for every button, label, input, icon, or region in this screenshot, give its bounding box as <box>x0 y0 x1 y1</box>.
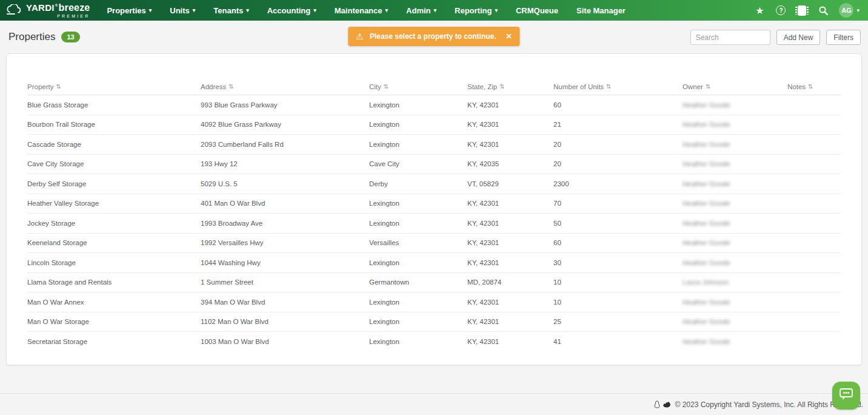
yardi-breeze-logo[interactable]: YARDI®breeze PREMIER <box>0 3 98 18</box>
table-row[interactable]: Heather Valley Storage 401 Man O War Blv… <box>27 194 841 214</box>
avatar: AG <box>839 3 853 18</box>
table-row[interactable]: Bourbon Trail Storage 4092 Blue Grass Pa… <box>27 115 841 135</box>
cell-property[interactable]: Secretariat Storage <box>27 338 201 345</box>
table-row[interactable]: Derby Self Storage 5029 U.S. 5 Derby VT,… <box>27 174 841 194</box>
chevron-down-icon: ▾ <box>495 7 498 13</box>
footer: © 2023 Copyright Yardi Systems, Inc. All… <box>0 393 868 415</box>
table-row[interactable]: Llama Storage and Rentals 1 Summer Stree… <box>27 272 841 292</box>
column-header-state-zip[interactable]: State, Zip⇅ <box>467 83 553 90</box>
chevron-down-icon: ▾ <box>856 7 860 13</box>
search-icon[interactable] <box>818 5 829 16</box>
cell-address: 1003 Man O War Blvd <box>201 338 369 345</box>
cell-state-zip: KY, 42301 <box>467 121 553 128</box>
column-header-notes[interactable]: Notes⇅ <box>787 83 841 90</box>
cell-state-zip: KY, 42301 <box>467 259 553 266</box>
nav-item-reporting[interactable]: Reporting▾ <box>455 6 498 15</box>
hand-icon <box>663 401 671 408</box>
nav-item-tenants[interactable]: Tenants▾ <box>213 6 249 15</box>
sort-icon: ⇅ <box>56 83 61 90</box>
cell-property[interactable]: Blue Grass Storage <box>27 101 201 109</box>
cell-state-zip: KY, 42301 <box>467 101 553 109</box>
nav-item-properties[interactable]: Properties▾ <box>107 6 152 15</box>
table-row[interactable]: Cave City Storage 193 Hwy 12 Cave City K… <box>27 154 841 174</box>
cell-owner: Laura Johnson <box>683 278 787 286</box>
cell-state-zip: KY, 42301 <box>467 200 553 207</box>
column-header-number-of-units[interactable]: Number of Units⇅ <box>553 83 683 90</box>
table-row[interactable]: Man O War Storage 1102 Man O War Blvd Le… <box>27 312 841 332</box>
column-header-owner[interactable]: Owner⇅ <box>683 83 787 90</box>
brand-breeze: breeze <box>59 3 90 13</box>
page-title: Properties <box>8 31 55 43</box>
table-row[interactable]: Secretariat Storage 1003 Man O War Blvd … <box>27 331 841 351</box>
cell-property[interactable]: Man O War Storage <box>27 318 201 325</box>
cell-city: Lexington <box>369 259 467 266</box>
cell-property[interactable]: Jockey Storage <box>27 220 201 227</box>
table-row[interactable]: Jockey Storage 1993 Broadway Ave Lexingt… <box>27 213 841 233</box>
table-row[interactable]: Keeneland Storage 1992 Versailles Hwy Ve… <box>27 233 841 253</box>
sort-icon: ⇅ <box>606 83 611 90</box>
column-header-property[interactable]: Property⇅ <box>27 83 201 90</box>
cell-property[interactable]: Llama Storage and Rentals <box>27 278 201 286</box>
cell-units: 30 <box>553 259 683 266</box>
cell-property[interactable]: Bourbon Trail Storage <box>27 121 201 128</box>
search-input[interactable] <box>690 30 770 45</box>
chat-launcher-button[interactable] <box>832 382 860 410</box>
cell-units: 21 <box>553 121 683 128</box>
sort-icon: ⇅ <box>808 83 813 90</box>
apps-chip-icon[interactable] <box>796 5 807 16</box>
nav-item-units[interactable]: Units▾ <box>170 6 195 15</box>
table-row[interactable]: Man O War Annex 394 Man O War Blvd Lexin… <box>27 292 841 312</box>
nav-item-accounting[interactable]: Accounting▾ <box>267 6 316 15</box>
cell-city: Lexington <box>369 200 467 207</box>
table-row[interactable]: Cascade Storage 2093 Cumberland Falls Rd… <box>27 134 841 154</box>
nav-item-maintenance[interactable]: Maintenance▾ <box>335 6 388 15</box>
cell-address: 2093 Cumberland Falls Rd <box>201 141 369 148</box>
cell-state-zip: KY, 42301 <box>467 220 553 227</box>
cell-units: 50 <box>553 220 683 227</box>
nav-item-crmqueue[interactable]: CRMQueue <box>516 6 558 15</box>
cell-address: 193 Hwy 12 <box>201 160 369 167</box>
top-nav: YARDI®breeze PREMIER Properties▾Units▾Te… <box>0 0 868 21</box>
cell-city: Lexington <box>369 220 467 227</box>
cell-city: Lexington <box>369 121 467 128</box>
filters-button[interactable]: Filters <box>826 30 861 45</box>
cell-state-zip: KY, 42301 <box>467 299 553 306</box>
properties-count-badge: 13 <box>61 32 79 42</box>
cell-owner: Heather Goode <box>683 121 787 128</box>
cell-state-zip: KY, 42301 <box>467 338 553 345</box>
add-new-button[interactable]: Add New <box>776 30 821 45</box>
cell-city: Derby <box>369 180 467 187</box>
cell-city: Lexington <box>369 299 467 306</box>
cell-address: 1044 Washing Hwy <box>201 259 369 266</box>
table-row[interactable]: Blue Grass Storage 993 Blue Grass Parkwa… <box>27 95 841 115</box>
favorites-star-icon[interactable]: ★ <box>754 5 765 16</box>
cell-state-zip: KY, 42301 <box>467 318 553 325</box>
toast-close-icon[interactable]: ✕ <box>506 32 512 41</box>
nav-item-site-manager[interactable]: Site Manager <box>576 6 626 15</box>
cell-units: 20 <box>553 141 683 148</box>
cell-property[interactable]: Lincoln Storage <box>27 259 201 266</box>
cell-property[interactable]: Cascade Storage <box>27 141 201 148</box>
cell-state-zip: VT, 05829 <box>467 180 553 187</box>
user-menu[interactable]: AG ▾ <box>839 3 860 18</box>
cell-property[interactable]: Keeneland Storage <box>27 239 201 246</box>
cell-property[interactable]: Derby Self Storage <box>27 180 201 187</box>
chevron-down-icon: ▾ <box>434 7 437 13</box>
cell-address: 401 Man O War Blvd <box>201 200 369 207</box>
table-row[interactable]: Lincoln Storage 1044 Washing Hwy Lexingt… <box>27 252 841 272</box>
cell-units: 10 <box>553 299 683 306</box>
cell-units: 60 <box>553 239 683 246</box>
column-header-city[interactable]: City⇅ <box>369 83 467 90</box>
cell-property[interactable]: Man O War Annex <box>27 299 201 306</box>
help-icon[interactable]: ? <box>775 5 786 16</box>
cell-city: Versailles <box>369 239 467 246</box>
cell-property[interactable]: Heather Valley Storage <box>27 200 201 207</box>
cell-owner: Heather Goode <box>683 180 787 187</box>
cell-city: Lexington <box>369 101 467 109</box>
nav-item-admin[interactable]: Admin▾ <box>406 6 436 15</box>
cell-owner: Heather Goode <box>683 259 787 266</box>
cell-address: 1993 Broadway Ave <box>201 220 369 227</box>
cell-owner: Heather Goode <box>683 220 787 227</box>
column-header-address[interactable]: Address⇅ <box>201 83 369 90</box>
cell-property[interactable]: Cave City Storage <box>27 160 201 167</box>
